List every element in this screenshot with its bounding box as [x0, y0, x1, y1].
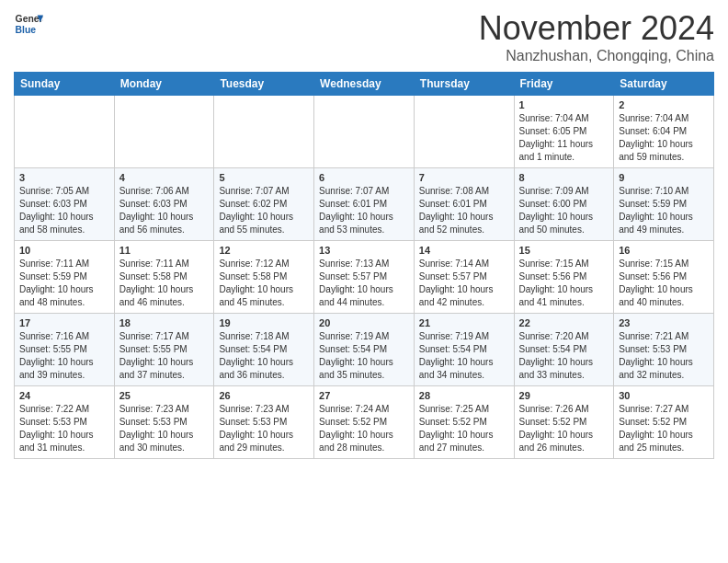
calendar-cell: 6Sunrise: 7:07 AM Sunset: 6:01 PM Daylig…	[314, 168, 415, 241]
day-number: 24	[19, 390, 109, 401]
day-number: 12	[219, 245, 309, 256]
day-info: Sunrise: 7:11 AM Sunset: 5:59 PM Dayligh…	[19, 258, 109, 309]
day-info: Sunrise: 7:24 AM Sunset: 5:52 PM Dayligh…	[319, 403, 409, 454]
day-number: 14	[419, 245, 509, 256]
title-block: November 2024 Nanzhushan, Chongqing, Chi…	[479, 9, 714, 64]
day-number: 22	[519, 317, 609, 328]
calendar-cell: 1Sunrise: 7:04 AM Sunset: 6:05 PM Daylig…	[514, 96, 614, 168]
day-info: Sunrise: 7:04 AM Sunset: 6:04 PM Dayligh…	[619, 112, 709, 164]
day-number: 20	[319, 317, 409, 328]
svg-text:Blue: Blue	[16, 25, 37, 35]
day-info: Sunrise: 7:23 AM Sunset: 5:53 PM Dayligh…	[119, 403, 210, 454]
day-info: Sunrise: 7:15 AM Sunset: 5:56 PM Dayligh…	[619, 258, 709, 309]
day-number: 2	[619, 99, 709, 110]
day-info: Sunrise: 7:11 AM Sunset: 5:58 PM Dayligh…	[119, 258, 210, 309]
day-info: Sunrise: 7:10 AM Sunset: 5:59 PM Dayligh…	[619, 185, 709, 236]
day-number: 8	[519, 172, 609, 183]
calendar-cell: 2Sunrise: 7:04 AM Sunset: 6:04 PM Daylig…	[614, 96, 714, 168]
calendar-cell: 15Sunrise: 7:15 AM Sunset: 5:56 PM Dayli…	[514, 241, 614, 314]
calendar-week-row: 24Sunrise: 7:22 AM Sunset: 5:53 PM Dayli…	[15, 386, 714, 459]
calendar-header-row: SundayMondayTuesdayWednesdayThursdayFrid…	[15, 73, 714, 96]
calendar-week-row: 3Sunrise: 7:05 AM Sunset: 6:03 PM Daylig…	[15, 168, 714, 241]
day-number: 5	[219, 172, 309, 183]
day-number: 19	[219, 317, 309, 328]
day-info: Sunrise: 7:06 AM Sunset: 6:03 PM Dayligh…	[119, 185, 210, 236]
day-info: Sunrise: 7:07 AM Sunset: 6:01 PM Dayligh…	[319, 185, 409, 236]
calendar-cell: 25Sunrise: 7:23 AM Sunset: 5:53 PM Dayli…	[114, 386, 214, 459]
day-number: 28	[419, 390, 509, 401]
day-number: 6	[319, 172, 409, 183]
calendar-cell: 11Sunrise: 7:11 AM Sunset: 5:58 PM Dayli…	[114, 241, 214, 314]
day-info: Sunrise: 7:19 AM Sunset: 5:54 PM Dayligh…	[419, 330, 509, 382]
day-info: Sunrise: 7:08 AM Sunset: 6:01 PM Dayligh…	[419, 185, 509, 236]
day-info: Sunrise: 7:20 AM Sunset: 5:54 PM Dayligh…	[519, 330, 609, 382]
day-number: 15	[519, 245, 609, 256]
day-number: 17	[19, 317, 109, 328]
day-info: Sunrise: 7:23 AM Sunset: 5:53 PM Dayligh…	[219, 403, 309, 454]
day-info: Sunrise: 7:05 AM Sunset: 6:03 PM Dayligh…	[19, 185, 109, 236]
day-number: 3	[19, 172, 109, 183]
calendar-cell: 20Sunrise: 7:19 AM Sunset: 5:54 PM Dayli…	[314, 314, 415, 386]
weekday-header: Friday	[514, 73, 614, 96]
calendar-cell: 4Sunrise: 7:06 AM Sunset: 6:03 PM Daylig…	[114, 168, 214, 241]
calendar-cell: 27Sunrise: 7:24 AM Sunset: 5:52 PM Dayli…	[314, 386, 415, 459]
day-info: Sunrise: 7:17 AM Sunset: 5:55 PM Dayligh…	[119, 330, 210, 382]
calendar-cell: 8Sunrise: 7:09 AM Sunset: 6:00 PM Daylig…	[514, 168, 614, 241]
calendar-cell: 9Sunrise: 7:10 AM Sunset: 5:59 PM Daylig…	[614, 168, 714, 241]
weekday-header: Thursday	[414, 73, 514, 96]
day-number: 29	[519, 390, 609, 401]
calendar-cell: 7Sunrise: 7:08 AM Sunset: 6:01 PM Daylig…	[414, 168, 514, 241]
day-number: 7	[419, 172, 509, 183]
day-number: 27	[319, 390, 409, 401]
calendar-week-row: 1Sunrise: 7:04 AM Sunset: 6:05 PM Daylig…	[15, 96, 714, 168]
day-info: Sunrise: 7:09 AM Sunset: 6:00 PM Dayligh…	[519, 185, 609, 236]
day-number: 10	[19, 245, 109, 256]
day-number: 21	[419, 317, 509, 328]
calendar-cell	[314, 96, 415, 168]
calendar-table: SundayMondayTuesdayWednesdayThursdayFrid…	[14, 72, 714, 459]
day-number: 9	[619, 172, 709, 183]
page-header: General Blue November 2024 Nanzhushan, C…	[14, 9, 714, 64]
day-info: Sunrise: 7:18 AM Sunset: 5:54 PM Dayligh…	[219, 330, 309, 382]
day-number: 4	[119, 172, 210, 183]
calendar-cell: 17Sunrise: 7:16 AM Sunset: 5:55 PM Dayli…	[15, 314, 115, 386]
day-number: 1	[519, 99, 609, 110]
calendar-cell: 12Sunrise: 7:12 AM Sunset: 5:58 PM Dayli…	[214, 241, 314, 314]
logo: General Blue	[14, 9, 43, 39]
weekday-header: Saturday	[614, 73, 714, 96]
calendar-cell: 23Sunrise: 7:21 AM Sunset: 5:53 PM Dayli…	[614, 314, 714, 386]
location: Nanzhushan, Chongqing, China	[479, 48, 714, 64]
day-number: 13	[319, 245, 409, 256]
weekday-header: Sunday	[15, 73, 115, 96]
calendar-cell: 21Sunrise: 7:19 AM Sunset: 5:54 PM Dayli…	[414, 314, 514, 386]
day-info: Sunrise: 7:13 AM Sunset: 5:57 PM Dayligh…	[319, 258, 409, 309]
calendar-cell: 22Sunrise: 7:20 AM Sunset: 5:54 PM Dayli…	[514, 314, 614, 386]
day-number: 30	[619, 390, 709, 401]
calendar-cell	[15, 96, 115, 168]
month-title: November 2024	[479, 9, 714, 48]
day-info: Sunrise: 7:25 AM Sunset: 5:52 PM Dayligh…	[419, 403, 509, 454]
calendar-cell: 10Sunrise: 7:11 AM Sunset: 5:59 PM Dayli…	[15, 241, 115, 314]
calendar-cell: 28Sunrise: 7:25 AM Sunset: 5:52 PM Dayli…	[414, 386, 514, 459]
calendar-cell	[214, 96, 314, 168]
day-number: 23	[619, 317, 709, 328]
day-info: Sunrise: 7:04 AM Sunset: 6:05 PM Dayligh…	[519, 112, 609, 164]
logo-icon: General Blue	[14, 9, 43, 39]
day-number: 26	[219, 390, 309, 401]
weekday-header: Tuesday	[214, 73, 314, 96]
calendar-week-row: 10Sunrise: 7:11 AM Sunset: 5:59 PM Dayli…	[15, 241, 714, 314]
calendar-cell	[114, 96, 214, 168]
calendar-week-row: 17Sunrise: 7:16 AM Sunset: 5:55 PM Dayli…	[15, 314, 714, 386]
weekday-header: Monday	[114, 73, 214, 96]
day-number: 11	[119, 245, 210, 256]
calendar-cell: 26Sunrise: 7:23 AM Sunset: 5:53 PM Dayli…	[214, 386, 314, 459]
day-info: Sunrise: 7:12 AM Sunset: 5:58 PM Dayligh…	[219, 258, 309, 309]
day-info: Sunrise: 7:27 AM Sunset: 5:52 PM Dayligh…	[619, 403, 709, 454]
day-info: Sunrise: 7:15 AM Sunset: 5:56 PM Dayligh…	[519, 258, 609, 309]
day-info: Sunrise: 7:26 AM Sunset: 5:52 PM Dayligh…	[519, 403, 609, 454]
day-info: Sunrise: 7:07 AM Sunset: 6:02 PM Dayligh…	[219, 185, 309, 236]
day-info: Sunrise: 7:22 AM Sunset: 5:53 PM Dayligh…	[19, 403, 109, 454]
calendar-cell: 19Sunrise: 7:18 AM Sunset: 5:54 PM Dayli…	[214, 314, 314, 386]
calendar-cell: 14Sunrise: 7:14 AM Sunset: 5:57 PM Dayli…	[414, 241, 514, 314]
calendar-cell	[414, 96, 514, 168]
